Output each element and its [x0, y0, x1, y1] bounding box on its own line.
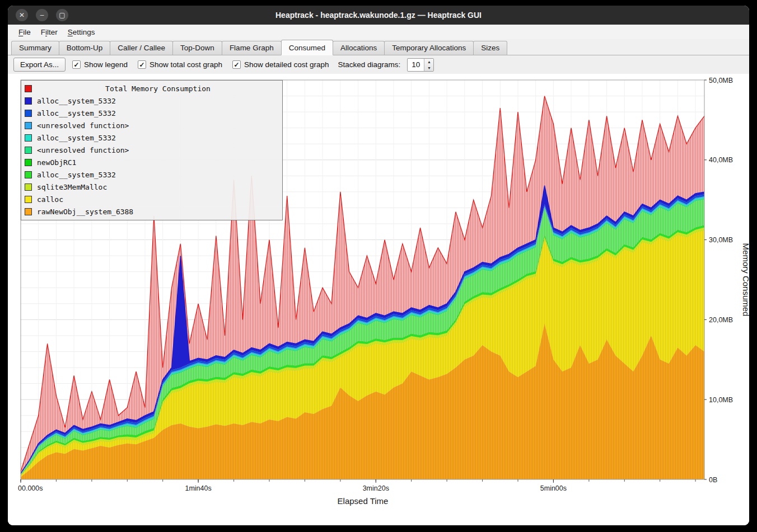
- checkbox-icon: ✓: [232, 60, 241, 69]
- legend-label: alloc__system_5332: [37, 134, 116, 142]
- stacked-diagrams-label: Stacked diagrams:: [338, 60, 401, 69]
- checkbox-group: ✓Show legend✓Show total cost graph✓Show …: [72, 60, 329, 69]
- tab-bottom-up[interactable]: Bottom-Up: [59, 41, 111, 55]
- tab-sizes[interactable]: Sizes: [473, 41, 507, 55]
- y-tick-label: 20,0MB: [709, 316, 733, 324]
- menu-item-file[interactable]: File: [13, 26, 36, 38]
- legend-label: rawNewObj__system_6388: [37, 208, 133, 216]
- tab-temporary-allocations[interactable]: Temporary Allocations: [384, 41, 474, 55]
- export-as-button[interactable]: Export As...: [13, 58, 66, 72]
- window-title: Heaptrack - heaptrack.wakunode.1.gz — He…: [8, 11, 749, 20]
- tab-top-down[interactable]: Top-Down: [172, 41, 222, 55]
- legend-row-0: alloc__system_5332: [21, 95, 282, 107]
- tab-allocations[interactable]: Allocations: [333, 41, 385, 55]
- tab-consumed[interactable]: Consumed: [281, 40, 333, 55]
- y-axis-title: Memory Consumed: [741, 243, 749, 317]
- checkbox-show-total-cost-graph[interactable]: ✓Show total cost graph: [138, 60, 222, 69]
- legend-title-row: Total Memory Consumption: [21, 82, 282, 95]
- close-button[interactable]: ✕: [16, 9, 28, 21]
- x-tick-label: 5min00s: [540, 484, 567, 492]
- legend-swatch-icon: [25, 134, 32, 142]
- toolbar: Export As... ✓Show legend✓Show total cos…: [8, 55, 749, 74]
- legend-row-2: <unresolved function>: [21, 119, 282, 131]
- spin-down-button[interactable]: ▼: [424, 65, 433, 71]
- tab-summary[interactable]: Summary: [11, 41, 59, 55]
- maximize-button[interactable]: ▢: [56, 9, 68, 21]
- legend-swatch-icon: [25, 183, 32, 191]
- legend-row-3: alloc__system_5332: [21, 131, 282, 144]
- legend-swatch-icon: [25, 159, 32, 166]
- checkbox-label: Show detailed cost graph: [244, 60, 329, 69]
- x-tick-label: 1min40s: [185, 484, 211, 492]
- legend-swatch-icon: [25, 97, 32, 105]
- spin-up-button[interactable]: ▲: [424, 59, 433, 65]
- heaptrack-window: ✕–▢ Heaptrack - heaptrack.wakunode.1.gz …: [8, 6, 749, 525]
- checkbox-show-detailed-cost-graph[interactable]: ✓Show detailed cost graph: [232, 60, 329, 69]
- menu-item-filter[interactable]: Filter: [36, 26, 63, 38]
- x-tick-label: 00.000s: [18, 484, 43, 492]
- y-tick-label: 30,0MB: [709, 236, 733, 244]
- chart-legend: Total Memory Consumptionalloc__system_53…: [21, 80, 283, 220]
- legend-label: alloc__system_5332: [37, 171, 116, 179]
- legend-swatch-icon: [25, 147, 32, 154]
- legend-row-1: alloc__system_5332: [21, 107, 282, 119]
- close-icon: ✕: [19, 12, 25, 18]
- tab-caller-callee[interactable]: Caller / Callee: [110, 41, 173, 55]
- legend-swatch-icon: [25, 196, 32, 203]
- chart-region: 00.000s1min40s3min20s5min00s0B10,0MB20,0…: [8, 74, 749, 525]
- legend-row-7: sqlite3MemMalloc: [21, 181, 282, 193]
- legend-swatch-icon: [25, 85, 32, 92]
- y-tick-label: 40,0MB: [709, 156, 733, 164]
- minimize-button[interactable]: –: [36, 9, 48, 21]
- menu-item-settings[interactable]: Settings: [63, 26, 100, 38]
- legend-label: newObjRC1: [37, 158, 76, 167]
- tab-bar: SummaryBottom-UpCaller / CalleeTop-DownF…: [8, 39, 749, 55]
- checkbox-label: Show legend: [84, 60, 128, 69]
- window-controls: ✕–▢: [16, 9, 68, 21]
- legend-swatch-icon: [25, 110, 32, 117]
- legend-label: <unresolved function>: [37, 146, 129, 154]
- legend-row-9: rawNewObj__system_6388: [21, 205, 282, 218]
- legend-swatch-icon: [25, 208, 32, 215]
- minimize-icon: –: [40, 12, 44, 18]
- legend-label: calloc: [37, 195, 63, 204]
- stacked-diagrams-spinbox[interactable]: 10 ▲▼: [407, 58, 434, 72]
- legend-swatch-icon: [25, 171, 32, 178]
- checkbox-icon: ✓: [138, 60, 146, 69]
- legend-row-5: newObjRC1: [21, 156, 282, 168]
- y-tick-label: 10,0MB: [709, 396, 733, 404]
- y-tick-label: 0B: [709, 476, 717, 484]
- legend-label: sqlite3MemMalloc: [37, 183, 107, 191]
- legend-swatch-icon: [25, 122, 32, 129]
- legend-label: <unresolved function>: [37, 121, 129, 130]
- legend-label: alloc__system_5332: [37, 97, 116, 105]
- x-axis-title: Elapsed Time: [338, 496, 389, 506]
- checkbox-show-legend[interactable]: ✓Show legend: [72, 60, 128, 69]
- menu-bar: FileFilterSettings: [8, 25, 749, 39]
- maximize-icon: ▢: [59, 12, 65, 18]
- y-tick-label: 50,0MB: [709, 77, 733, 84]
- legend-row-8: calloc: [21, 193, 282, 205]
- titlebar: ✕–▢ Heaptrack - heaptrack.wakunode.1.gz …: [8, 6, 749, 25]
- checkbox-icon: ✓: [72, 60, 81, 69]
- spinbox-arrows: ▲▼: [424, 59, 433, 71]
- legend-label: alloc__system_5332: [37, 109, 116, 117]
- legend-row-6: alloc__system_5332: [21, 168, 282, 181]
- tab-flame-graph[interactable]: Flame Graph: [222, 41, 282, 55]
- stacked-diagrams-value: 10: [408, 59, 424, 71]
- legend-label: Total Memory Consumption: [37, 84, 279, 93]
- legend-row-4: <unresolved function>: [21, 144, 282, 156]
- x-tick-label: 3min20s: [363, 484, 389, 492]
- checkbox-label: Show total cost graph: [149, 60, 222, 69]
